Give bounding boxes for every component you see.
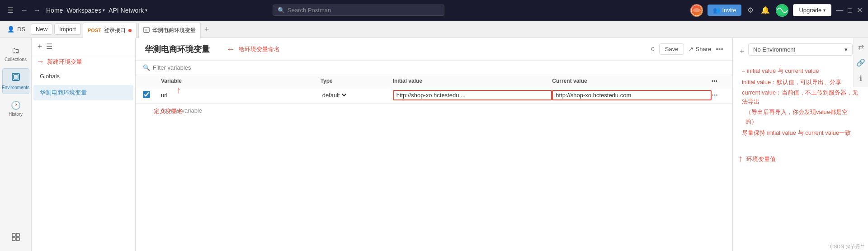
api-network-menu[interactable]: API Network ▾ <box>108 7 147 14</box>
env-tab-icon: ⊞ <box>143 27 150 34</box>
user-label: 👤 DS <box>4 26 29 33</box>
sidebar-item-apis[interactable] <box>2 229 29 247</box>
row-current-value[interactable]: http://shop-xo.hctestedu.com <box>552 90 712 100</box>
add-env-right-button[interactable]: ＋ <box>738 47 745 56</box>
sidebar-item-history[interactable]: 🕐 History <box>2 97 29 120</box>
svg-rect-10 <box>12 237 15 241</box>
workspaces-chevron-icon: ▾ <box>103 8 105 13</box>
sidebar-item-environments[interactable]: Environments <box>2 68 29 94</box>
user-avatar[interactable] <box>776 4 788 17</box>
col-type: Type <box>321 78 393 84</box>
filter-env-button[interactable]: ☰ <box>46 42 52 51</box>
row-more-btn[interactable]: ••• <box>712 92 725 99</box>
sidebar-history-label: History <box>9 112 23 117</box>
right-icon-3[interactable]: ℹ <box>856 74 865 83</box>
right-sidebar-icons: ⇄ 🔗 ℹ <box>853 38 868 87</box>
apis-icon <box>11 232 20 244</box>
close-button[interactable]: ✕ <box>857 6 863 14</box>
env-item[interactable]: 华测电商环境变量 <box>33 85 133 100</box>
new-env-arrow: → <box>36 57 44 66</box>
row-check-input[interactable] <box>143 91 150 98</box>
search-input[interactable] <box>288 7 439 14</box>
minimize-button[interactable]: — <box>836 6 843 14</box>
tab-login-name: 登录接口 <box>104 27 126 34</box>
user-icon: 👤 <box>7 26 14 33</box>
name-env-annotation: 给环境变量命名 <box>239 45 280 53</box>
tabbar: 👤 DS New Import POST 登录接口 ⊞ 华测电商环境变量 + <box>0 21 868 38</box>
globals-item[interactable]: Globals <box>33 69 133 83</box>
more-options-button[interactable]: ••• <box>716 45 723 53</box>
type-select[interactable]: default <box>321 91 348 99</box>
annotation-box: – initial value 与 current value initial … <box>738 63 863 142</box>
forward-button[interactable]: → <box>32 5 42 15</box>
collections-icon: 🗂 <box>12 46 20 56</box>
sidebar-collections-label: Collections <box>5 57 27 62</box>
bell-icon[interactable]: 🔔 <box>760 5 771 16</box>
env-val-arrow: ↑ <box>738 153 743 164</box>
add-env-button[interactable]: ＋ <box>36 42 43 51</box>
add-variable-row[interactable]: dd new variable <box>136 104 732 118</box>
tab-env[interactable]: ⊞ 华测电商环境变量 <box>138 23 201 38</box>
settings-icon[interactable]: ⚙ <box>746 5 755 16</box>
nav-arrows: ← → <box>19 5 42 15</box>
table-header: Variable Type Initial value Current valu… <box>136 75 732 87</box>
table-row: url default http://shop-xo.hctestedu....… <box>136 87 732 104</box>
panel-actions: ＋ ☰ <box>36 42 52 51</box>
row-initial-value[interactable]: http://shop-xo.hctestedu.... <box>393 90 552 100</box>
footer-credit: CSDN @节丹** <box>826 242 868 251</box>
new-button[interactable]: New <box>31 24 52 35</box>
tab-login[interactable]: POST 登录接口 <box>83 23 137 38</box>
new-tab-button[interactable]: + <box>203 25 211 34</box>
sidebar-environments-label: Environments <box>2 85 29 90</box>
row-type[interactable]: default <box>321 91 393 99</box>
home-link[interactable]: Home <box>46 7 63 14</box>
share-button[interactable]: ↗ Share <box>689 46 711 52</box>
row-variable: url <box>161 92 321 99</box>
tab-unsaved-dot <box>128 29 132 32</box>
method-badge: POST <box>88 28 101 33</box>
env-val-annotation-container: ↑ 环境变量值 <box>738 155 863 164</box>
maximize-button[interactable]: □ <box>848 6 852 14</box>
filter-input[interactable] <box>153 64 725 71</box>
avatar <box>690 4 703 17</box>
right-icon-2[interactable]: 🔗 <box>856 58 865 67</box>
env-toolbar: 0 Save ↗ Share ••• <box>651 43 723 55</box>
topbar-right: 👥 Invite ⚙ 🔔 Upgrade ▾ — □ ✕ <box>690 4 863 17</box>
main-content: 华测电商环境变量 ← 给环境变量命名 0 Save ↗ Share ••• 🔍 <box>136 38 732 251</box>
back-button[interactable]: ← <box>19 5 30 15</box>
env-val-annotation: 环境变量值 <box>746 155 776 163</box>
right-icon-1[interactable]: ⇄ <box>856 43 865 51</box>
sidebar-item-collections[interactable]: 🗂 Collections <box>2 43 29 66</box>
save-button[interactable]: Save <box>659 43 684 55</box>
new-env-annotation: 新建环境变量 <box>47 58 82 66</box>
sidebar: 🗂 Collections Environments 🕐 History <box>0 38 32 251</box>
topbar-left: ☰ ← → Home Workspaces ▾ API Network ▾ <box>5 5 147 15</box>
name-env-arrow: ← <box>226 44 235 54</box>
hamburger-icon[interactable]: ☰ <box>5 5 15 15</box>
import-button[interactable]: Import <box>54 24 81 35</box>
invite-button[interactable]: 👥 Invite <box>708 5 741 16</box>
col-actions: ••• <box>712 78 725 84</box>
svg-rect-8 <box>12 233 15 237</box>
right-panel: ＋ No Environment ▾ – initial value 与 cur… <box>732 38 868 251</box>
col-current: Current value <box>552 78 712 84</box>
history-icon: 🕐 <box>11 100 21 110</box>
annotation-initial: initial value：默认值，可以导出、分享 <box>742 78 859 87</box>
env-header: 华测电商环境变量 ← 给环境变量命名 0 Save ↗ Share ••• <box>136 38 732 61</box>
no-env-chevron-icon: ▾ <box>844 46 848 53</box>
svg-text:⊞: ⊞ <box>145 28 147 32</box>
search-bar[interactable]: 🔍 <box>273 5 444 16</box>
define-var-arrow: ↑ <box>176 85 181 95</box>
tab-env-name: 华测电商环境变量 <box>152 27 196 34</box>
col-variable: Variable <box>161 78 321 84</box>
environments-icon <box>11 72 20 84</box>
no-env-dropdown[interactable]: No Environment ▾ <box>748 43 853 56</box>
filter-search-icon: 🔍 <box>143 64 150 71</box>
annotation-keep: 尽量保持 initial value 与 current value一致 <box>742 128 859 138</box>
invite-icon: 👥 <box>713 7 720 14</box>
upgrade-button[interactable]: Upgrade ▾ <box>793 4 831 16</box>
filter-bar: 🔍 <box>136 61 732 75</box>
main-area: 🗂 Collections Environments 🕐 History ＋ ☰ <box>0 38 868 251</box>
workspaces-menu[interactable]: Workspaces ▾ <box>66 7 105 14</box>
row-checkbox[interactable] <box>143 91 161 99</box>
